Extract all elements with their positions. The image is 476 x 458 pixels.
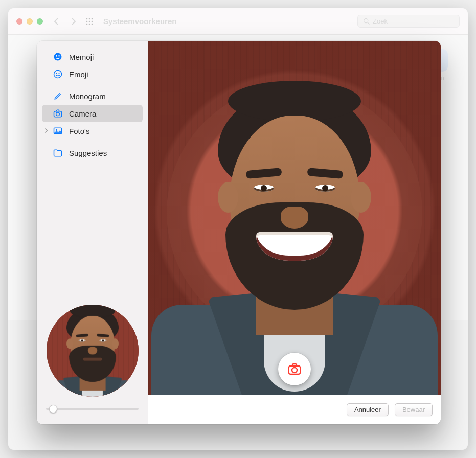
search-field[interactable]: Zoek	[357, 15, 460, 28]
sidebar-item-label: Monogram	[69, 92, 106, 101]
nav-back-button[interactable]	[51, 16, 62, 27]
sheet-footer: Annuleer Bewaar	[148, 395, 441, 424]
close-window-button[interactable]	[16, 18, 22, 25]
emoji-icon	[52, 68, 63, 80]
svg-point-15	[56, 73, 57, 74]
svg-point-22	[292, 368, 297, 373]
svg-point-0	[86, 18, 88, 19]
svg-point-1	[89, 18, 90, 19]
sidebar-item-emoji[interactable]: Emoji	[42, 65, 143, 83]
sidebar-item-label: Emoji	[69, 70, 88, 79]
chevron-right-icon	[44, 128, 49, 134]
camera-preview	[148, 41, 441, 395]
svg-point-7	[89, 23, 90, 25]
sidebar-item-label: Suggesties	[69, 149, 107, 157]
sidebar-item-camera[interactable]: Camera	[42, 105, 143, 122]
window-titlebar: Systeemvoorkeuren Zoek	[8, 8, 468, 35]
svg-point-14	[54, 71, 62, 78]
zoom-slider[interactable]	[46, 404, 139, 414]
svg-point-18	[56, 112, 60, 116]
pencil-icon	[52, 90, 63, 102]
memoji-icon	[52, 51, 63, 62]
current-avatar-preview	[47, 305, 139, 397]
svg-point-2	[92, 18, 93, 19]
sidebar-item-memoji[interactable]: Memoji	[42, 48, 143, 65]
svg-point-12	[56, 55, 57, 57]
save-button[interactable]: Bewaar	[395, 403, 433, 416]
svg-point-6	[86, 23, 88, 25]
camera-shutter-icon	[287, 361, 302, 377]
take-photo-button[interactable]	[278, 353, 311, 385]
search-placeholder: Zoek	[373, 17, 388, 25]
search-icon	[363, 18, 370, 25]
svg-point-5	[92, 20, 93, 22]
sidebar-item-label: Camera	[69, 109, 96, 118]
svg-line-10	[368, 22, 369, 24]
profile-picture-sheet: Memoji Emoji Monogram Camera	[37, 41, 441, 424]
sidebar-item-label: Memoji	[69, 53, 94, 61]
svg-point-3	[86, 20, 88, 22]
traffic-lights	[16, 18, 43, 25]
sidebar-item-label: Foto's	[69, 127, 89, 135]
svg-point-4	[89, 20, 90, 22]
svg-point-11	[54, 53, 62, 61]
show-all-button[interactable]	[84, 16, 95, 27]
camera-icon	[52, 108, 63, 119]
minimize-window-button[interactable]	[27, 18, 33, 25]
window-title: Systeemvoorkeuren	[103, 17, 176, 26]
sidebar-item-photos[interactable]: Foto's	[42, 122, 143, 140]
picture-source-sidebar: Memoji Emoji Monogram Camera	[37, 41, 148, 424]
zoom-window-button[interactable]	[37, 18, 43, 25]
nav-forward-button[interactable]	[67, 16, 79, 27]
sidebar-divider	[52, 85, 139, 85]
main-panel: Annuleer Bewaar	[148, 41, 441, 424]
cancel-button[interactable]: Annuleer	[347, 403, 389, 416]
sidebar-divider	[52, 142, 139, 142]
folder-icon	[52, 147, 63, 158]
photos-icon	[52, 125, 63, 136]
sidebar-item-suggestions[interactable]: Suggesties	[42, 144, 143, 162]
svg-point-13	[58, 55, 60, 57]
svg-point-8	[92, 23, 93, 25]
svg-point-20	[56, 129, 57, 131]
zoom-thumb[interactable]	[49, 405, 57, 413]
zoom-track	[46, 408, 139, 410]
sidebar-item-monogram[interactable]: Monogram	[42, 87, 143, 105]
svg-point-16	[59, 73, 60, 74]
